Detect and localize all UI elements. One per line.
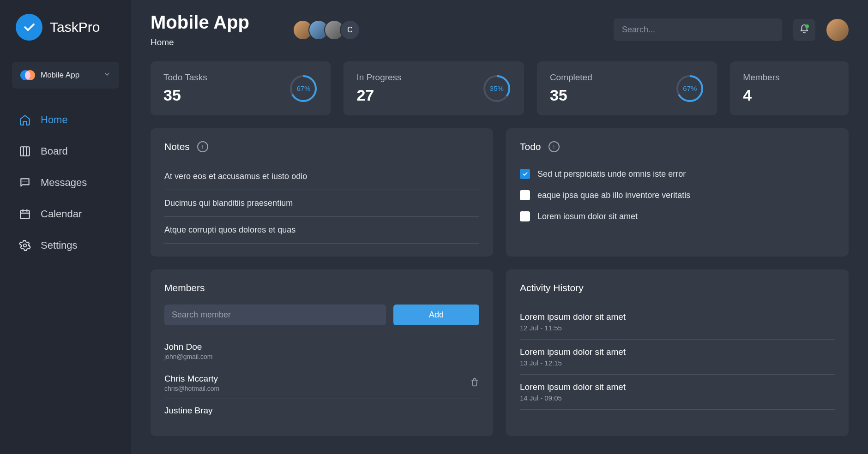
- checkbox[interactable]: [520, 211, 530, 221]
- sidebar-item-calendar[interactable]: Calendar: [18, 208, 113, 221]
- ring-percent: 67%: [675, 74, 704, 103]
- svg-point-2: [24, 244, 27, 247]
- activity-item: Lorem ipsum dolor sit amet12 Jul - 11:55: [520, 305, 835, 340]
- progress-ring: 67%: [675, 74, 704, 103]
- todo-text: Sed ut perspiciatis unde omnis iste erro…: [537, 169, 686, 179]
- project-name: Mobile App: [41, 71, 97, 80]
- sidebar-item-home[interactable]: Home: [18, 114, 113, 126]
- panel-title: Notes: [164, 141, 190, 152]
- nav: Home Board Messages Calendar: [0, 102, 131, 252]
- add-note-button[interactable]: +: [197, 141, 208, 152]
- nav-label: Messages: [41, 177, 87, 189]
- member-row: Justine Bray: [164, 399, 479, 423]
- member-name: John Doe: [164, 342, 212, 352]
- checkbox[interactable]: [520, 190, 530, 200]
- brand-name: TaskPro: [50, 19, 100, 35]
- stat-label: In Progress: [356, 72, 401, 83]
- main: Mobile App Home C Tod: [131, 0, 868, 454]
- activity-panel: Activity History Lorem ipsum dolor sit a…: [506, 269, 849, 436]
- todo-text: eaque ipsa quae ab illo inventore verita…: [537, 191, 690, 200]
- panel-title: Members: [164, 282, 205, 293]
- search-input[interactable]: [614, 18, 782, 41]
- activity-text: Lorem ipsum dolor sit amet: [520, 312, 835, 322]
- title-block: Mobile App Home: [151, 12, 249, 48]
- note-item[interactable]: Atque corrupti quos dolores et quas: [164, 217, 479, 244]
- plus-icon: +: [552, 143, 555, 150]
- page-title: Mobile App: [151, 12, 249, 33]
- stat-todo: Todo Tasks 35 67%: [151, 61, 331, 115]
- panel-title: Activity History: [520, 282, 584, 293]
- ring-percent: 67%: [289, 74, 318, 103]
- stat-completed: Completed 35 67%: [537, 61, 717, 115]
- brand: TaskPro: [0, 14, 131, 54]
- progress-ring: 35%: [482, 74, 511, 103]
- todo-item: Lorem iosum dolor sit amet: [520, 206, 835, 227]
- project-icon: [20, 68, 34, 82]
- home-icon: [18, 114, 31, 126]
- breadcrumb: Home: [151, 37, 249, 48]
- member-email: john@gmail.com: [164, 353, 212, 360]
- trash-icon[interactable]: [470, 377, 479, 388]
- activity-item: Lorem ipsum dolor sit amet13 Jul - 12:15: [520, 340, 835, 375]
- activity-text: Lorem ipsum dolor sit amet: [520, 382, 835, 392]
- nav-label: Calendar: [41, 208, 82, 220]
- svg-rect-1: [20, 210, 30, 218]
- member-name: Justine Bray: [164, 406, 213, 416]
- activity-time: 12 Jul - 11:55: [520, 324, 835, 332]
- members-panel: Members Add John Doejohn@gmail.comChris …: [151, 269, 493, 436]
- member-row: Chris Mccartychris@hotmail.com: [164, 367, 479, 399]
- activity-time: 13 Jul - 12:15: [520, 359, 835, 367]
- member-email: chris@hotmail.com: [164, 385, 219, 392]
- progress-ring: 67%: [289, 74, 318, 103]
- notification-indicator: [805, 24, 809, 28]
- activity-text: Lorem ipsum dolor sit amet: [520, 347, 835, 357]
- member-avatars: C: [260, 20, 360, 40]
- board-icon: [18, 145, 31, 158]
- sidebar: TaskPro Mobile App Home Board: [0, 0, 131, 454]
- plus-icon: +: [201, 143, 205, 150]
- calendar-icon: [18, 208, 31, 221]
- todo-panel: Todo + Sed ut perspiciatis unde omnis is…: [506, 128, 849, 257]
- logo-icon: [16, 14, 42, 41]
- add-member-button[interactable]: Add: [393, 305, 479, 325]
- stat-label: Todo Tasks: [163, 72, 207, 83]
- nav-label: Settings: [41, 239, 78, 251]
- stat-value: 35: [550, 86, 592, 104]
- stat-value: 35: [163, 86, 207, 104]
- sidebar-item-messages[interactable]: Messages: [18, 176, 113, 189]
- todo-item: Sed ut perspiciatis unde omnis iste erro…: [520, 163, 835, 185]
- stat-members: Members 4: [730, 61, 849, 115]
- member-search-input[interactable]: [164, 305, 386, 325]
- checkbox[interactable]: [520, 169, 530, 179]
- stat-value: 4: [743, 86, 779, 104]
- note-item[interactable]: Ducimus qui blanditiis praesentium: [164, 190, 479, 217]
- stat-in-progress: In Progress 27 35%: [344, 61, 524, 115]
- chevron-down-icon: [103, 71, 111, 80]
- stat-label: Members: [743, 72, 779, 83]
- stats-row: Todo Tasks 35 67% In Progress 27 35%: [151, 61, 849, 115]
- settings-icon: [18, 239, 31, 252]
- sidebar-item-settings[interactable]: Settings: [18, 239, 113, 252]
- nav-label: Board: [41, 145, 68, 157]
- member-name: Chris Mccarty: [164, 374, 219, 384]
- project-switcher[interactable]: Mobile App: [12, 62, 119, 89]
- notifications-button[interactable]: [793, 19, 815, 41]
- add-todo-button[interactable]: +: [549, 141, 560, 152]
- todo-text: Lorem iosum dolor sit amet: [537, 212, 638, 221]
- avatar-overflow[interactable]: C: [340, 20, 360, 40]
- sidebar-item-board[interactable]: Board: [18, 145, 113, 158]
- stat-label: Completed: [550, 72, 592, 83]
- ring-percent: 35%: [482, 74, 511, 103]
- topbar: Mobile App Home C: [151, 12, 849, 48]
- activity-time: 14 Jul - 09:05: [520, 394, 835, 402]
- note-item[interactable]: At vero eos et accusamus et iusto odio: [164, 163, 479, 190]
- member-row: John Doejohn@gmail.com: [164, 335, 479, 367]
- activity-item: Lorem ipsum dolor sit amet14 Jul - 09:05: [520, 375, 835, 410]
- nav-label: Home: [41, 114, 68, 126]
- stat-value: 27: [356, 86, 401, 104]
- svg-rect-0: [20, 147, 30, 156]
- todo-item: eaque ipsa quae ab illo inventore verita…: [520, 185, 835, 206]
- panel-title: Todo: [520, 141, 541, 152]
- notes-panel: Notes + At vero eos et accusamus et iust…: [151, 128, 493, 257]
- user-avatar[interactable]: [826, 19, 849, 41]
